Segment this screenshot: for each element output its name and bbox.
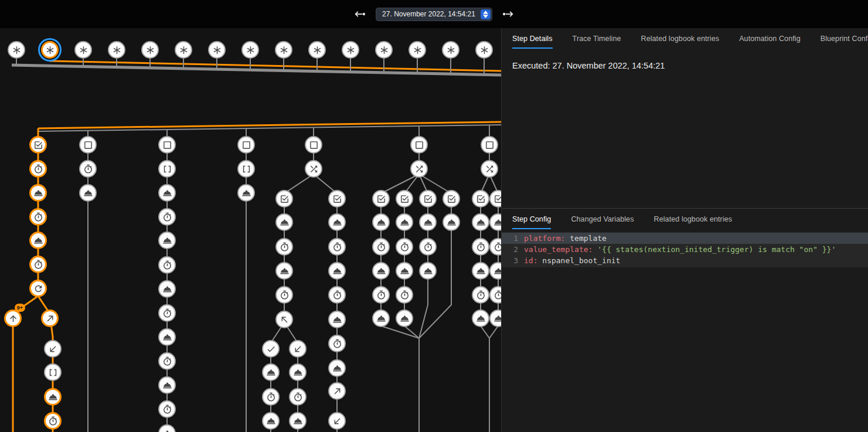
node-brackets[interactable] <box>44 363 62 381</box>
node-square[interactable] <box>410 136 428 154</box>
node-delay[interactable] <box>372 286 390 304</box>
node-asterisk[interactable] <box>475 41 493 59</box>
node-asterisk[interactable] <box>8 41 25 59</box>
node-delay[interactable] <box>328 286 346 304</box>
node-condition[interactable] <box>472 190 489 208</box>
node-delay[interactable] <box>158 352 176 370</box>
node-service[interactable] <box>262 412 280 430</box>
node-condition[interactable] <box>275 190 293 208</box>
node-condition[interactable] <box>442 190 460 208</box>
node-service[interactable] <box>372 309 390 327</box>
node-asterisk[interactable] <box>108 41 125 59</box>
node-service[interactable] <box>396 309 413 327</box>
node-arrow-top-left[interactable] <box>275 311 293 328</box>
node-service[interactable] <box>289 412 307 430</box>
node-delay[interactable] <box>372 238 390 256</box>
node-service[interactable] <box>29 232 47 249</box>
node-brackets[interactable] <box>237 160 255 178</box>
node-service[interactable] <box>237 184 255 202</box>
node-delay[interactable] <box>275 286 293 304</box>
node-arrow-bottom-left[interactable] <box>289 340 307 358</box>
node-check[interactable] <box>262 340 280 358</box>
node-service[interactable] <box>328 262 346 280</box>
node-condition[interactable] <box>419 190 437 208</box>
node-service[interactable] <box>262 363 280 381</box>
node-service[interactable] <box>396 262 413 280</box>
node-delay[interactable] <box>158 208 176 226</box>
node-delay[interactable] <box>396 286 413 304</box>
node-arrow-top-right[interactable] <box>41 309 59 327</box>
node-service[interactable] <box>79 184 97 202</box>
node-arrow-top-right[interactable] <box>328 382 346 400</box>
node-square[interactable] <box>237 136 255 154</box>
node-service[interactable] <box>158 328 176 346</box>
tab-related-logbook-entries[interactable]: Related logbook entries <box>654 215 733 229</box>
node-asterisk[interactable] <box>74 41 92 59</box>
node-brackets[interactable] <box>158 160 176 178</box>
node-asterisk[interactable] <box>308 41 326 59</box>
node-delay[interactable] <box>29 256 47 273</box>
tab-changed-variables[interactable]: Changed Variables <box>571 215 634 229</box>
node-asterisk[interactable] <box>375 41 393 59</box>
node-square[interactable] <box>481 136 498 154</box>
tab-related-logbook-entries[interactable]: Related logbook entries <box>641 35 720 49</box>
tab-trace-timeline[interactable]: Trace Timeline <box>573 35 621 49</box>
node-delay[interactable] <box>158 304 176 322</box>
node-service[interactable] <box>442 213 460 231</box>
node-service[interactable] <box>158 184 176 202</box>
node-service[interactable] <box>29 184 47 202</box>
node-repeat[interactable] <box>29 280 47 297</box>
node-condition[interactable] <box>396 190 413 208</box>
node-asterisk[interactable] <box>275 41 292 59</box>
node-asterisk[interactable] <box>141 41 159 59</box>
node-service[interactable] <box>372 213 390 231</box>
node-delay[interactable] <box>472 238 489 256</box>
node-delay[interactable] <box>79 160 97 178</box>
node-delay[interactable] <box>262 388 280 406</box>
node-delay[interactable] <box>328 335 346 352</box>
node-delay[interactable] <box>396 238 413 256</box>
node-service[interactable] <box>372 262 390 280</box>
node-asterisk[interactable] <box>175 41 192 59</box>
node-service[interactable] <box>158 280 176 298</box>
node-choose[interactable] <box>305 160 322 178</box>
tab-automation-config[interactable]: Automation Config <box>739 35 801 49</box>
node-delay[interactable] <box>328 238 346 256</box>
node-arrow-up[interactable]: 9+ <box>4 309 22 327</box>
node-service[interactable] <box>472 309 489 327</box>
node-service[interactable] <box>419 262 437 280</box>
node-asterisk[interactable] <box>342 41 359 59</box>
node-square[interactable] <box>79 136 97 154</box>
node-service[interactable] <box>44 388 62 406</box>
previous-run-icon[interactable] <box>353 8 366 21</box>
node-delay[interactable] <box>289 388 307 406</box>
next-run-icon[interactable] <box>502 8 515 21</box>
node-asterisk[interactable] <box>41 41 59 59</box>
node-service[interactable] <box>158 376 176 394</box>
node-delay[interactable] <box>158 256 176 274</box>
node-service[interactable] <box>275 213 293 231</box>
node-delay[interactable] <box>472 286 489 304</box>
node-delay[interactable] <box>275 238 293 256</box>
node-square[interactable] <box>158 136 176 154</box>
node-service[interactable] <box>328 311 346 328</box>
tab-step-details[interactable]: Step Details <box>512 35 553 49</box>
run-selector[interactable]: 27. November 2022, 14:54:21 <box>376 8 492 21</box>
node-service[interactable] <box>472 213 489 231</box>
node-service[interactable] <box>472 262 489 280</box>
node-square[interactable] <box>305 136 322 154</box>
tab-blueprint-config[interactable]: Blueprint Config <box>821 35 868 49</box>
node-arrow-bottom-left[interactable] <box>44 340 62 358</box>
node-asterisk[interactable] <box>409 41 426 59</box>
node-arrow-bottom-left[interactable] <box>328 412 346 430</box>
node-service[interactable] <box>328 213 346 231</box>
node-service[interactable] <box>396 213 413 231</box>
node-condition[interactable] <box>372 190 390 208</box>
node-service[interactable] <box>289 363 307 381</box>
node-delay[interactable] <box>419 238 437 256</box>
node-delay[interactable] <box>29 160 47 178</box>
node-delay[interactable] <box>29 208 47 226</box>
node-delay[interactable] <box>158 400 176 418</box>
node-choose[interactable] <box>481 160 498 178</box>
node-condition[interactable] <box>29 136 47 154</box>
